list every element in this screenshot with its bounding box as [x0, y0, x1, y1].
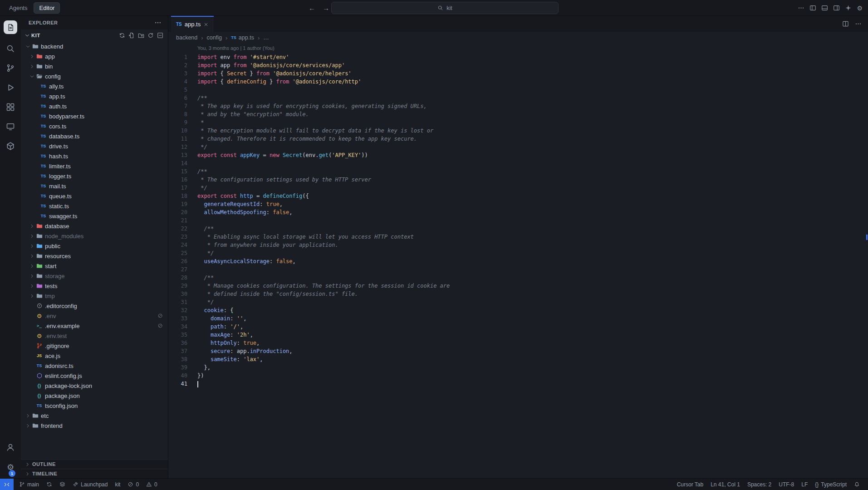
tree-item-drive-ts[interactable]: TSdrive.ts: [21, 141, 168, 151]
layout-right-icon[interactable]: [833, 5, 840, 11]
tree-item-frontend[interactable]: frontend: [21, 421, 168, 431]
activity-account[interactable]: [5, 442, 16, 452]
code-line[interactable]: 10 * The encryption module will fail to …: [168, 127, 868, 135]
tree-item--env[interactable]: ⚙.env: [21, 311, 168, 321]
code-line[interactable]: 40}): [168, 372, 868, 380]
status-spaces-2[interactable]: Spaces: 2: [744, 479, 775, 490]
tree-item-tmp[interactable]: tmp: [21, 291, 168, 301]
tree-item--editorconfig[interactable]: .editorconfig: [21, 301, 168, 311]
tree-item-tsconfig-json[interactable]: TStsconfig.json: [21, 401, 168, 411]
tree-item--env-example[interactable]: >_.env.example: [21, 321, 168, 331]
tree-item-bodyparser-ts[interactable]: TSbodyparser.ts: [21, 111, 168, 121]
code-line[interactable]: 13export const appKey = new Secret(env.g…: [168, 151, 868, 159]
code-line[interactable]: 2import app from '@adonisjs/core/service…: [168, 61, 868, 69]
status-bell[interactable]: [850, 479, 863, 490]
code-line[interactable]: 4import { defineConfig } from '@adonisjs…: [168, 78, 868, 86]
code-line[interactable]: 6/**: [168, 94, 868, 102]
tree-item--env-test[interactable]: ⚙.env.test: [21, 331, 168, 341]
code-line[interactable]: 36 httpOnly: true,: [168, 339, 868, 347]
tree-item-bin[interactable]: bin: [21, 61, 168, 71]
refresh-icon[interactable]: [147, 32, 154, 39]
sparkle-icon[interactable]: [845, 5, 852, 11]
code-line[interactable]: 38 sameSite: 'lax',: [168, 355, 868, 363]
tree-item-ace-js[interactable]: JSace.js: [21, 351, 168, 361]
activity-source-control[interactable]: [5, 63, 16, 73]
code-line[interactable]: 28 /**: [168, 274, 868, 282]
code-line[interactable]: 9 *: [168, 118, 868, 127]
tree-item-tests[interactable]: tests: [21, 281, 168, 291]
breadcrumb-item[interactable]: backend: [176, 34, 197, 41]
tree-item-limiter-ts[interactable]: TSlimiter.ts: [21, 161, 168, 171]
close-tab-icon[interactable]: [203, 22, 209, 27]
code-line[interactable]: 39 },: [168, 363, 868, 372]
tree-item-app-ts[interactable]: TSapp.ts: [21, 91, 168, 101]
activity-search[interactable]: [5, 44, 16, 54]
tree-item-resources[interactable]: resources: [21, 251, 168, 261]
layout-bottom-icon[interactable]: [821, 5, 828, 11]
code-line[interactable]: 29 * Manage cookies configuration. The s…: [168, 282, 868, 290]
status-launchpad[interactable]: Launchpad: [69, 479, 111, 490]
tree-item-hash-ts[interactable]: TShash.ts: [21, 151, 168, 161]
tree-item-mail-ts[interactable]: TSmail.ts: [21, 181, 168, 191]
breadcrumb-item[interactable]: TSapp.ts: [231, 34, 254, 41]
tree-item-etc[interactable]: etc: [21, 411, 168, 421]
editor-mode-button[interactable]: Editor: [34, 2, 60, 14]
tree-item-adonisrc-ts[interactable]: TSadonisrc.ts: [21, 361, 168, 371]
code-line[interactable]: 26 useAsyncLocalStorage: false,: [168, 257, 868, 265]
breadcrumb-item[interactable]: config: [207, 34, 222, 41]
editor-more-icon[interactable]: [855, 20, 862, 27]
forward-button[interactable]: →: [323, 4, 329, 12]
activity-extensions[interactable]: [5, 102, 16, 112]
tree-item-auth-ts[interactable]: TSauth.ts: [21, 101, 168, 111]
tree-item--gitignore[interactable]: .gitignore: [21, 341, 168, 351]
agents-mode-button[interactable]: Agents: [6, 3, 30, 13]
global-search-input[interactable]: kit: [331, 2, 559, 14]
new-file-icon[interactable]: [128, 32, 135, 39]
tree-item-node-modules[interactable]: node_modules: [21, 231, 168, 241]
tree-item-package-lock-json[interactable]: {}package-lock.json: [21, 381, 168, 391]
code-line[interactable]: 19 generateRequestId: true,: [168, 200, 868, 208]
activity-run-debug[interactable]: [5, 83, 16, 93]
code-line[interactable]: 8 * and by the "encryption" module.: [168, 110, 868, 118]
activity-remote-explorer[interactable]: [5, 122, 16, 132]
breadcrumb-item[interactable]: …: [263, 34, 269, 41]
code-line[interactable]: 37 secure: app.inProduction,: [168, 347, 868, 355]
sync-icon[interactable]: [119, 32, 125, 39]
status-sync[interactable]: [43, 479, 56, 490]
code-line[interactable]: 22 /**: [168, 225, 868, 233]
code-line[interactable]: 33 domain: '',: [168, 314, 868, 323]
status-ln-41-col-1[interactable]: Ln 41, Col 1: [707, 479, 744, 490]
notification-badge[interactable]: 1: [9, 470, 15, 477]
code-line[interactable]: 41: [168, 380, 868, 388]
status-lf[interactable]: LF: [798, 479, 811, 490]
tree-item-cors-ts[interactable]: TScors.ts: [21, 121, 168, 131]
tree-item-queue-ts[interactable]: TSqueue.ts: [21, 191, 168, 201]
layout-left-icon[interactable]: [809, 5, 816, 11]
code-line[interactable]: 14: [168, 159, 868, 167]
code-line[interactable]: 17 */: [168, 184, 868, 192]
tree-item-backend[interactable]: backend: [21, 41, 168, 51]
explorer-more-icon[interactable]: [154, 19, 162, 26]
back-button[interactable]: ←: [309, 4, 315, 12]
code-line[interactable]: 23 * Enabling async local storage will l…: [168, 233, 868, 241]
ellipsis-icon[interactable]: [798, 5, 804, 11]
tree-item-eslint-config-js[interactable]: eslint.config.js: [21, 371, 168, 381]
timeline-section[interactable]: TIMELINE: [21, 469, 168, 478]
status-typescript[interactable]: {}TypeScript: [811, 479, 850, 490]
code-line[interactable]: 34 path: '/',: [168, 323, 868, 331]
code-line[interactable]: 12 */: [168, 143, 868, 151]
code-line[interactable]: 5: [168, 86, 868, 94]
code-line[interactable]: 7 * The app key is used for encrypting c…: [168, 102, 868, 110]
tree-item-config[interactable]: config: [21, 71, 168, 81]
code-line[interactable]: 35 maxAge: '2h',: [168, 331, 868, 339]
code-line[interactable]: 3import { Secret } from '@adonisjs/core/…: [168, 69, 868, 78]
code-line[interactable]: 20 allowMethodSpoofing: false,: [168, 208, 868, 216]
remote-indicator[interactable]: [0, 479, 14, 490]
tab-app-ts[interactable]: TS app.ts: [171, 16, 214, 32]
new-folder-icon[interactable]: [138, 32, 144, 39]
tree-item-start[interactable]: start: [21, 261, 168, 271]
code-line[interactable]: 25 */: [168, 249, 868, 257]
status-layers[interactable]: [56, 479, 69, 490]
activity-explorer[interactable]: [4, 20, 17, 34]
code-line[interactable]: 31 */: [168, 298, 868, 306]
